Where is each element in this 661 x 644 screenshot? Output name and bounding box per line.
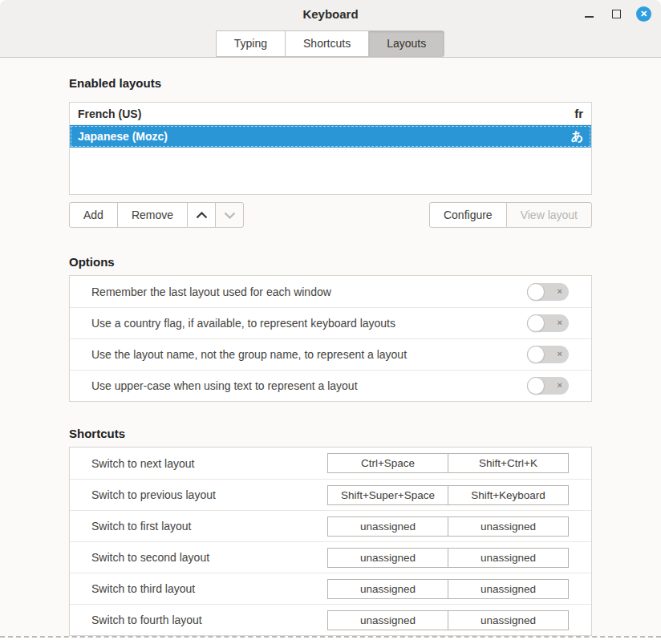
keybinding-cell-2[interactable]: unassigned (448, 610, 569, 630)
tab[interactable]: Typing (216, 30, 286, 57)
shortcut-label: Switch to second layout (91, 551, 209, 564)
tab-label: Shortcuts (303, 37, 351, 50)
toggle-off-icon: × (558, 287, 562, 296)
chevron-down-icon (224, 212, 236, 219)
keybinding-cell-2[interactable]: unassigned (448, 579, 569, 599)
list-edit-button-group: Add Remove (69, 202, 244, 228)
shortcut-row: Switch to first layout unassigned unassi… (70, 510, 591, 541)
window-header: Keyboard ✕ Typing Shortc (0, 0, 661, 58)
keyboard-settings-window: Keyboard ✕ Typing Shortc (0, 0, 661, 644)
keybinding-cell-1[interactable]: unassigned (327, 548, 448, 568)
shortcuts-list: Switch to next layout Ctrl+Space Shift+C… (69, 447, 592, 636)
keybinding-group: Shift+Super+Space Shift+Keyboard (327, 485, 569, 505)
option-row: Use a country flag, if available, to rep… (70, 307, 591, 338)
toggle-switch-off[interactable]: × (527, 346, 569, 363)
titlebar: Keyboard ✕ (0, 0, 661, 27)
keybinding-cell-2[interactable]: unassigned (448, 516, 569, 537)
keybinding-cell-1[interactable]: Ctrl+Space (327, 453, 448, 473)
remove-layout-button[interactable]: Remove (117, 202, 188, 228)
options-list: Remember the last layout used for each w… (69, 275, 592, 402)
keybinding-group: unassigned unassigned (327, 610, 569, 630)
enabled-layouts-list: French (US) fr Japanese (Mozc) あ (69, 102, 592, 195)
shortcut-label: Switch to first layout (91, 520, 192, 533)
shortcut-row: Switch to second layout unassigned unass… (70, 541, 591, 573)
option-label: Remember the last layout used for each w… (91, 286, 331, 298)
maximize-button[interactable] (609, 6, 623, 21)
option-label: Use the layout name, not the group name,… (91, 348, 407, 361)
view-layout-button[interactable]: View layout (506, 202, 592, 228)
layout-indicator-glyph: fr (574, 107, 583, 120)
option-row: Use upper-case when using text to repres… (70, 370, 591, 401)
toggle-knob (527, 377, 545, 395)
layout-name: French (US) (78, 107, 141, 120)
toggle-switch-off[interactable]: × (527, 377, 569, 395)
shortcut-row: Switch to third layout unassigned unassi… (70, 573, 591, 604)
option-label: Use upper-case when using text to repres… (91, 379, 358, 392)
tab-label: Typing (234, 37, 267, 50)
tab-bar: Typing Shortcuts Layouts (0, 30, 661, 57)
toggle-switch-off[interactable]: × (527, 314, 569, 332)
tab[interactable]: Layouts (368, 30, 444, 57)
toggle-off-icon: × (558, 350, 562, 358)
close-button[interactable]: ✕ (636, 6, 651, 22)
layouts-page: Enabled layouts French (US) fr Japanese … (0, 58, 661, 638)
layout-indicator-glyph: あ (571, 129, 583, 144)
window-title: Keyboard (0, 7, 661, 21)
toggle-off-icon: × (558, 381, 562, 390)
shortcuts-heading: Shortcuts (69, 402, 592, 442)
shortcut-label: Switch to fourth layout (91, 614, 202, 626)
keybinding-cell-1[interactable]: Shift+Super+Space (327, 485, 448, 505)
window-controls: ✕ (582, 0, 651, 27)
shortcut-label: Switch to next layout (91, 457, 194, 470)
keybinding-group: unassigned unassigned (327, 516, 569, 537)
layout-list-item[interactable]: Japanese (Mozc) あ (70, 125, 591, 148)
layout-tools-button-group: Configure View layout (429, 202, 592, 228)
tab-label: Layouts (387, 37, 426, 50)
option-label: Use a country flag, if available, to rep… (91, 317, 395, 330)
layout-actions-bar: Add Remove Configure View layout (69, 202, 592, 228)
keybinding-group: unassigned unassigned (327, 548, 569, 568)
close-icon: ✕ (640, 9, 647, 18)
maximize-icon (612, 10, 621, 18)
enabled-layouts-heading: Enabled layouts (69, 58, 592, 91)
toggle-off-icon: × (558, 318, 562, 327)
configure-button[interactable]: Configure (429, 202, 507, 228)
shortcut-row: Switch to next layout Ctrl+Space Shift+C… (70, 448, 591, 479)
layout-name: Japanese (Mozc) (78, 130, 168, 143)
keybinding-group: unassigned unassigned (327, 579, 569, 599)
toggle-knob (527, 346, 545, 363)
options-heading: Options (69, 228, 592, 270)
toggle-knob (527, 314, 545, 332)
shortcut-row: Switch to previous layout Shift+Super+Sp… (70, 479, 591, 510)
keybinding-cell-1[interactable]: unassigned (327, 516, 448, 537)
toggle-knob (527, 283, 545, 301)
option-row: Use the layout name, not the group name,… (70, 338, 591, 370)
move-down-button[interactable] (215, 202, 244, 228)
minimize-button[interactable] (582, 6, 596, 21)
shortcut-row: Switch to fourth layout unassigned unass… (70, 604, 591, 635)
tab[interactable]: Shortcuts (285, 30, 369, 57)
shortcut-label: Switch to previous layout (91, 488, 216, 501)
add-layout-button[interactable]: Add (69, 202, 118, 228)
keybinding-cell-1[interactable]: unassigned (327, 610, 448, 630)
shortcut-label: Switch to third layout (91, 582, 195, 595)
chevron-up-icon (196, 212, 208, 219)
option-row: Remember the last layout used for each w… (70, 276, 591, 307)
minimize-icon (585, 16, 594, 18)
keybinding-cell-2[interactable]: Shift+Keyboard (448, 485, 569, 505)
keybinding-group: Ctrl+Space Shift+Ctrl+K (327, 453, 569, 473)
keybinding-cell-1[interactable]: unassigned (327, 579, 448, 599)
toggle-switch-off[interactable]: × (527, 283, 569, 301)
keybinding-cell-2[interactable]: Shift+Ctrl+K (448, 453, 569, 473)
move-up-button[interactable] (187, 202, 216, 228)
keybinding-cell-2[interactable]: unassigned (448, 548, 569, 568)
layout-list-item[interactable]: French (US) fr (70, 103, 591, 125)
